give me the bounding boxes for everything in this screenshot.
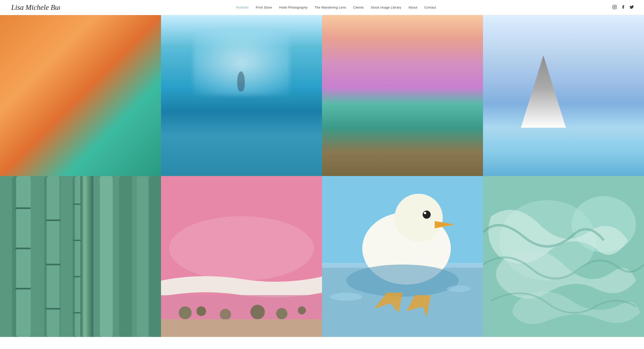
gallery-item-4[interactable] [483,15,644,176]
gallery-item-3[interactable] [322,15,483,176]
nav-item-clients[interactable]: Clients [353,6,364,9]
gallery-item-5[interactable] [0,176,161,337]
logo-link[interactable]: Lisa Michele Burns [10,9,60,13]
gallery-item-6[interactable] [161,176,322,337]
logo-area[interactable]: Lisa Michele Burns [10,1,60,14]
facebook-icon[interactable] [621,5,625,10]
svg-point-2 [614,6,615,8]
svg-rect-1 [613,5,617,9]
main-nav: Portfolio Print Store Hotel Photography … [236,6,436,9]
instagram-icon[interactable] [612,5,617,10]
gallery-item-2[interactable] [161,15,322,176]
nav-item-wandering-lens[interactable]: The Wandering Lens [314,6,346,9]
social-icons [612,5,634,10]
svg-text:Lisa Michele Burns: Lisa Michele Burns [11,3,60,11]
gallery-grid [0,15,644,337]
nav-item-contact[interactable]: Contact [424,6,436,9]
nav-item-hotel-photography[interactable]: Hotel Photography [279,6,308,9]
svg-point-3 [615,6,616,6]
gallery-item-7[interactable] [322,176,483,337]
logo-svg: Lisa Michele Burns [10,1,60,13]
nav-item-print-store[interactable]: Print Store [256,6,272,9]
twitter-icon[interactable] [629,5,634,10]
nav-item-stock-image-library[interactable]: Stock Image Library [371,6,401,9]
nav-item-about[interactable]: About [408,6,417,9]
nav-item-portfolio[interactable]: Portfolio [236,6,249,9]
gallery-item-8[interactable] [483,176,644,337]
site-header: Lisa Michele Burns Portfolio Print Store… [0,0,644,15]
gallery-section [0,15,644,337]
gallery-item-1[interactable] [0,15,161,176]
